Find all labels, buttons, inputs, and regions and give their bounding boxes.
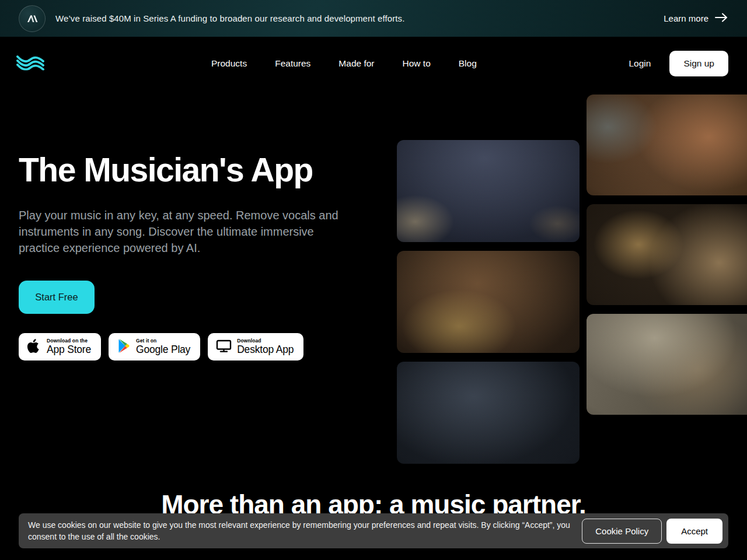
moises-m-mark-icon — [19, 5, 46, 32]
cookie-actions: Cookie Policy Accept — [582, 519, 722, 544]
video-grid-right-column — [587, 94, 747, 415]
learn-more-link[interactable]: Learn more — [664, 13, 728, 24]
video-grid-left-column — [397, 140, 580, 464]
start-free-button[interactable]: Start Free — [19, 281, 95, 314]
nav-link-features[interactable]: Features — [275, 58, 310, 69]
vocalist-recording-video[interactable] — [587, 94, 747, 195]
moises-wave-logo[interactable] — [16, 55, 44, 72]
nav-link-how-to[interactable]: How to — [403, 58, 431, 69]
nav-links: Products Features Made for How to Blog — [211, 58, 477, 69]
desktop-app-badge[interactable]: Download Desktop App — [208, 333, 303, 360]
hero-section: The Musician's App Play your music in an… — [19, 152, 381, 360]
badge-small-label: Get it on — [136, 338, 156, 344]
signup-button[interactable]: Sign up — [669, 51, 728, 76]
google-play-badge[interactable]: Get it on Google Play — [109, 333, 200, 360]
nav-right: Login Sign up — [629, 51, 728, 76]
cookie-policy-button[interactable]: Cookie Policy — [582, 519, 662, 544]
badge-large-label: App Store — [47, 345, 91, 355]
nav-link-made-for[interactable]: Made for — [338, 58, 374, 69]
nav-link-blog[interactable]: Blog — [459, 58, 477, 69]
badge-small-label: Download — [237, 338, 261, 344]
announcement-banner: We’ve raised $40M in Series A funding to… — [0, 0, 747, 37]
apple-icon — [27, 337, 41, 356]
arrow-right-icon — [714, 13, 728, 24]
login-link[interactable]: Login — [629, 58, 651, 69]
main-nav: Products Features Made for How to Blog L… — [0, 37, 747, 90]
vocalist-dark-video[interactable] — [397, 362, 580, 464]
nav-link-products[interactable]: Products — [211, 58, 247, 69]
store-badges: Download on the App Store Get it on Goog… — [19, 333, 381, 360]
badge-large-label: Google Play — [136, 345, 190, 355]
producer-console-video[interactable] — [587, 204, 747, 305]
cookie-banner: We use cookies on our website to give yo… — [19, 513, 728, 548]
announcement-text: We’ve raised $40M in Series A funding to… — [55, 13, 404, 23]
accept-button[interactable]: Accept — [666, 519, 722, 544]
hero-title: The Musician's App — [19, 152, 381, 188]
guitarist-home-studio-video[interactable] — [587, 314, 747, 415]
hero-description: Play your music in any key, at any speed… — [19, 207, 345, 256]
learn-more-label: Learn more — [664, 13, 708, 23]
desktop-icon — [216, 339, 232, 355]
cookie-message: We use cookies on our website to give yo… — [28, 519, 571, 543]
google-play-icon — [117, 338, 131, 355]
app-store-badge[interactable]: Download on the App Store — [19, 333, 101, 360]
badge-large-label: Desktop App — [237, 345, 294, 355]
guitarist-stage-video[interactable] — [397, 140, 580, 242]
badge-small-label: Download on the — [47, 338, 88, 344]
drummer-studio-video[interactable] — [397, 251, 580, 353]
